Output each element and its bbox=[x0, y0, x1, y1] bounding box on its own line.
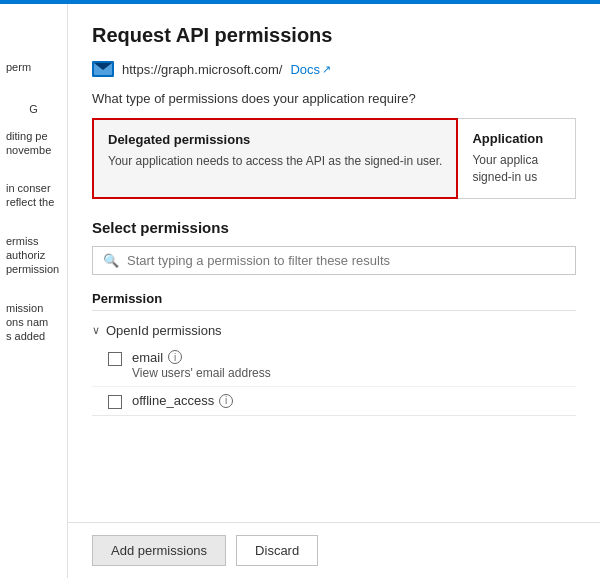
application-card-desc: Your applica signed-in us bbox=[472, 152, 561, 186]
delegated-permissions-card[interactable]: Delegated permissions Your application n… bbox=[92, 118, 458, 199]
main-content: Request API permissions https://graph.mi… bbox=[68, 0, 600, 578]
api-url-text: https://graph.microsoft.com/ bbox=[122, 62, 282, 77]
sidebar-icon-row: G bbox=[27, 98, 40, 120]
sidebar-section-1: perm bbox=[0, 60, 67, 74]
email-permission-desc: View users' email address bbox=[132, 366, 271, 380]
email-name-row: email i bbox=[132, 350, 271, 365]
sidebar-text-onsnam: ons nam bbox=[6, 315, 48, 329]
permission-search-box[interactable]: 🔍 bbox=[92, 246, 576, 275]
sidebar-section-3: in conser reflect the bbox=[0, 181, 67, 210]
permission-type-question: What type of permissions does your appli… bbox=[92, 91, 576, 106]
email-permission-name: email bbox=[132, 350, 163, 365]
offline-access-name: offline_access bbox=[132, 393, 214, 408]
sidebar-text-g: G bbox=[29, 102, 38, 116]
openid-group-label: OpenId permissions bbox=[106, 323, 222, 338]
sidebar: perm G diting pe novembe in conser refle… bbox=[0, 0, 68, 578]
application-card-title: Application bbox=[472, 131, 561, 146]
openid-permissions-group: ∨ OpenId permissions email i View users'… bbox=[92, 317, 576, 416]
sidebar-text-november: novembe bbox=[6, 143, 51, 157]
openid-group-header[interactable]: ∨ OpenId permissions bbox=[92, 317, 576, 344]
sidebar-section-4: ermiss authoriz permission bbox=[0, 234, 67, 277]
microsoft-graph-icon bbox=[92, 61, 114, 77]
sidebar-text-perm: perm bbox=[6, 60, 31, 74]
email-info-icon[interactable]: i bbox=[168, 350, 182, 364]
offline-name-row: offline_access i bbox=[132, 393, 233, 408]
docs-label: Docs bbox=[290, 62, 320, 77]
action-bar: Add permissions Discard bbox=[68, 522, 600, 578]
offline-access-permission-item: offline_access i bbox=[92, 387, 576, 416]
external-link-icon: ↗ bbox=[322, 63, 331, 76]
email-permission-details: email i View users' email address bbox=[132, 350, 271, 380]
delegated-card-title: Delegated permissions bbox=[108, 132, 442, 147]
email-permission-checkbox[interactable] bbox=[108, 352, 122, 366]
permission-cards: Delegated permissions Your application n… bbox=[92, 118, 576, 199]
sidebar-text-sadded: s added bbox=[6, 329, 45, 343]
sidebar-section-2: diting pe novembe bbox=[0, 129, 67, 158]
sidebar-text-ermiss: ermiss bbox=[6, 234, 38, 248]
offline-access-details: offline_access i bbox=[132, 393, 233, 408]
discard-button[interactable]: Discard bbox=[236, 535, 318, 566]
group-chevron-icon: ∨ bbox=[92, 324, 100, 337]
sidebar-section-5: mission ons nam s added bbox=[0, 301, 67, 344]
select-permissions-title: Select permissions bbox=[92, 219, 576, 236]
add-permissions-button[interactable]: Add permissions bbox=[92, 535, 226, 566]
sidebar-text-editing: diting pe bbox=[6, 129, 48, 143]
delegated-card-desc: Your application needs to access the API… bbox=[108, 153, 442, 170]
sidebar-text-mission: mission bbox=[6, 301, 43, 315]
email-permission-item: email i View users' email address bbox=[92, 344, 576, 387]
application-permissions-card[interactable]: Application Your applica signed-in us bbox=[458, 118, 576, 199]
offline-access-checkbox[interactable] bbox=[108, 395, 122, 409]
docs-link[interactable]: Docs ↗ bbox=[290, 62, 331, 77]
permission-search-input[interactable] bbox=[127, 253, 565, 268]
sidebar-text-consent: in conser reflect the bbox=[6, 181, 61, 210]
offline-info-icon[interactable]: i bbox=[219, 394, 233, 408]
search-icon: 🔍 bbox=[103, 253, 119, 268]
api-url-row: https://graph.microsoft.com/ Docs ↗ bbox=[92, 61, 576, 77]
page-title: Request API permissions bbox=[92, 24, 576, 47]
permission-column-header: Permission bbox=[92, 287, 576, 311]
sidebar-text-authoriz: authoriz permission bbox=[6, 248, 61, 277]
